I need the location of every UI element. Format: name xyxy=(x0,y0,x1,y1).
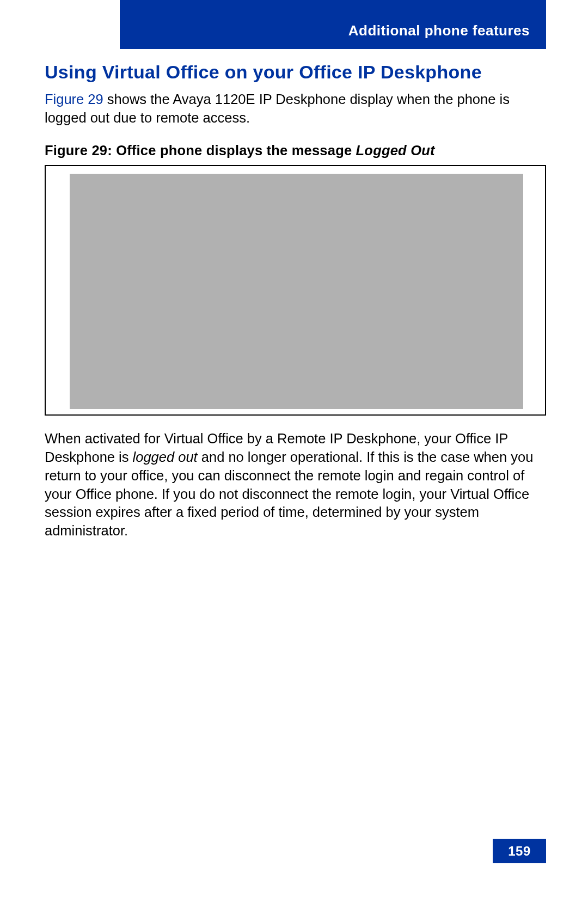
figure-reference-link[interactable]: Figure 29 xyxy=(45,91,103,107)
body-paragraph: When activated for Virtual Office by a R… xyxy=(45,430,546,540)
header-section-title: Additional phone features xyxy=(348,22,530,39)
page-number: 159 xyxy=(508,844,531,859)
page-content: Using Virtual Office on your Office IP D… xyxy=(45,62,546,540)
figure-caption-prefix: Figure 29: Office phone displays the mes… xyxy=(45,143,356,158)
page-number-box: 159 xyxy=(493,839,546,863)
figure-container xyxy=(45,165,546,416)
section-title: Using Virtual Office on your Office IP D… xyxy=(45,62,546,83)
figure-caption: Figure 29: Office phone displays the mes… xyxy=(45,143,546,158)
body-text-italic: logged out xyxy=(133,449,198,465)
figure-image-placeholder xyxy=(70,174,523,409)
header-tab: Additional phone features xyxy=(120,0,546,49)
intro-text: shows the Avaya 1120E IP Deskphone displ… xyxy=(45,91,510,125)
intro-paragraph: Figure 29 shows the Avaya 1120E IP Deskp… xyxy=(45,90,546,127)
figure-caption-italic: Logged Out xyxy=(356,143,435,158)
